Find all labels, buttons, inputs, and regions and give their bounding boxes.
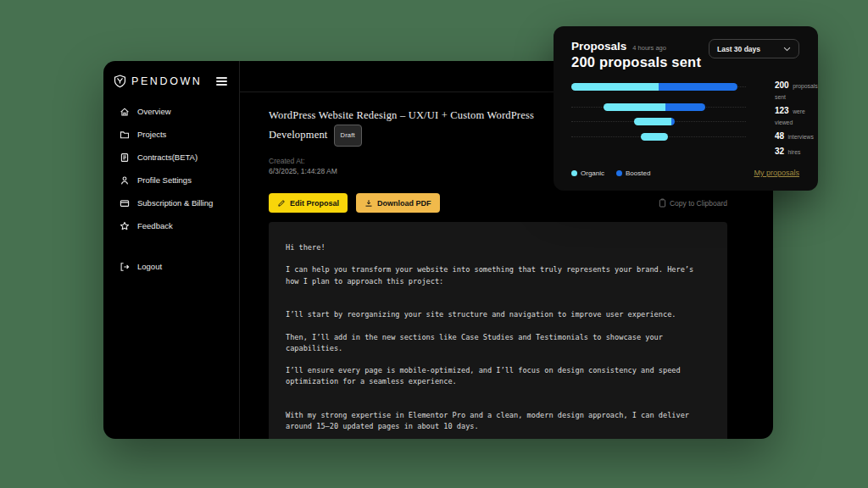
sidebar-item-subscription-billing[interactable]: Subscription & Billing bbox=[103, 191, 239, 214]
card-header: Proposals 4 hours ago bbox=[571, 40, 666, 53]
sidebar-item-logout[interactable]: Logout bbox=[103, 255, 239, 278]
user-icon bbox=[120, 175, 130, 186]
status-badge: Draft bbox=[334, 125, 362, 147]
proposals-analytics-card: Proposals 4 hours ago Last 30 days 200 p… bbox=[554, 26, 818, 191]
logout-icon bbox=[120, 262, 130, 272]
download-icon bbox=[364, 199, 373, 208]
boosted-bar-segment bbox=[659, 83, 737, 91]
sidebar-item-profile-settings[interactable]: Profile Settings bbox=[103, 169, 239, 191]
copy-to-clipboard-button[interactable]: Copy to Clipboard bbox=[659, 198, 727, 208]
copy-to-clipboard-label: Copy to Clipboard bbox=[670, 199, 727, 208]
chart-stats: 200 proposals sent123 were viewed48 inte… bbox=[775, 80, 821, 160]
chart-bar bbox=[571, 83, 737, 91]
proposal-title-text: WordPress Website Redesign – UX/UI + Cus… bbox=[269, 109, 534, 141]
brand-logo: PENDOWN bbox=[114, 75, 202, 88]
my-proposals-link[interactable]: My proposals bbox=[754, 169, 799, 177]
boosted-bar-segment bbox=[665, 103, 705, 111]
chart-bar bbox=[641, 133, 667, 141]
menu-toggle-icon[interactable] bbox=[214, 75, 229, 86]
edit-proposal-label: Edit Proposal bbox=[290, 199, 339, 208]
created-at-block: Created At: 6/3/2025, 1:44:28 AM bbox=[269, 156, 337, 176]
sidebar-item-feedback[interactable]: Feedback bbox=[103, 214, 239, 237]
chart-bar bbox=[634, 118, 674, 125]
shield-logo-icon bbox=[114, 75, 126, 88]
page-title: WordPress Website Redesign – UX/UI + Cus… bbox=[269, 107, 538, 147]
legend-dot bbox=[571, 170, 577, 176]
chart-bar-row-proposals-sent bbox=[571, 83, 737, 91]
chevron-down-icon bbox=[783, 47, 791, 52]
sidebar-item-overview[interactable]: Overview bbox=[103, 100, 239, 123]
actions-row: Edit Proposal Download PDF Copy to Cl bbox=[269, 193, 727, 213]
clipboard-icon bbox=[659, 198, 666, 208]
created-at-label: Created At: bbox=[269, 156, 337, 166]
created-at-value: 6/3/2025, 1:44:28 AM bbox=[269, 166, 337, 176]
sidebar-item-contracts-beta[interactable]: Contracts(BETA) bbox=[103, 146, 239, 169]
home-icon bbox=[120, 107, 130, 117]
chart-bar-row-hires bbox=[571, 133, 737, 141]
sidebar-nav: OverviewProjectsContracts(BETA)Profile S… bbox=[103, 100, 239, 278]
chart-legend: OrganicBoosted bbox=[571, 169, 650, 177]
chart-stat-interviews: 48 interviews bbox=[775, 130, 821, 141]
proposal-body-panel[interactable]: Hi there! I can help you transform your … bbox=[269, 222, 727, 439]
card-timestamp: 4 hours ago bbox=[632, 44, 666, 52]
organic-bar-segment bbox=[571, 83, 659, 91]
download-pdf-label: Download PDF bbox=[377, 199, 431, 208]
legend-item-organic: Organic bbox=[571, 169, 604, 177]
chart-bar bbox=[604, 103, 706, 111]
brand-name: PENDOWN bbox=[131, 75, 202, 87]
organic-bar-segment bbox=[604, 103, 666, 111]
card-title: Proposals bbox=[571, 40, 626, 53]
organic-bar-segment bbox=[641, 133, 667, 141]
proposal-body-text: Hi there! I can help you transform your … bbox=[286, 242, 710, 439]
card-headline: 200 proposals sent bbox=[571, 54, 701, 70]
date-range-dropdown[interactable]: Last 30 days bbox=[709, 39, 799, 58]
legend-dot bbox=[616, 170, 622, 176]
organic-bar-segment bbox=[634, 118, 670, 125]
legend-item-boosted: Boosted bbox=[616, 169, 650, 177]
star-icon bbox=[120, 221, 130, 231]
boosted-bar-segment bbox=[671, 118, 675, 125]
date-range-value: Last 30 days bbox=[717, 45, 760, 53]
document-icon bbox=[120, 152, 130, 163]
edit-proposal-button[interactable]: Edit Proposal bbox=[269, 193, 348, 213]
folder-icon bbox=[120, 130, 130, 140]
chart-bar-row-were-viewed bbox=[571, 103, 737, 111]
credit-card-icon bbox=[120, 198, 130, 208]
logo-row: PENDOWN bbox=[103, 61, 239, 92]
chart-stat-were-viewed: 123 were viewed bbox=[775, 105, 821, 126]
download-pdf-button[interactable]: Download PDF bbox=[356, 193, 440, 213]
chart-stat-hires: 32 hires bbox=[775, 146, 821, 157]
sidebar: PENDOWN OverviewProjectsContracts(BETA)P… bbox=[103, 61, 240, 439]
chart-stat-proposals-sent: 200 proposals sent bbox=[775, 80, 821, 101]
chart-bar-row-interviews bbox=[571, 118, 737, 125]
pencil-icon bbox=[277, 199, 286, 208]
sidebar-item-projects[interactable]: Projects bbox=[103, 123, 239, 146]
